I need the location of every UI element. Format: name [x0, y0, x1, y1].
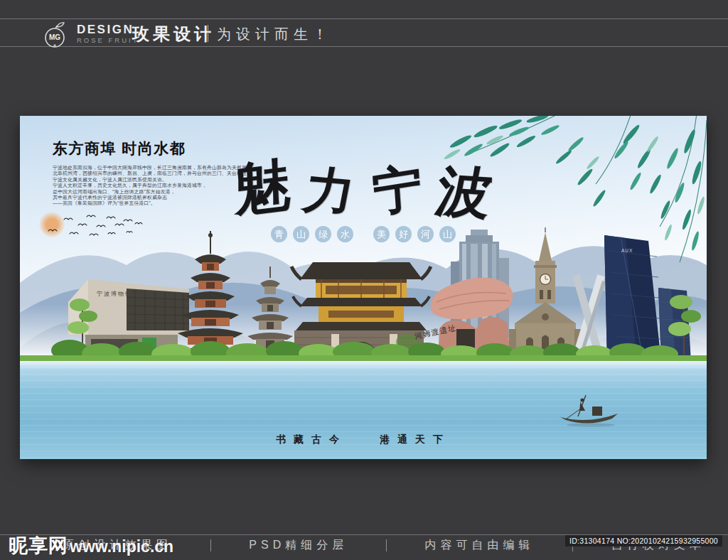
subtitle-badge: 河	[417, 226, 434, 242]
footer-divider	[210, 539, 211, 551]
title-char: 波	[430, 155, 499, 232]
slogan-left: 书藏古今	[276, 434, 347, 446]
subtitle-badge: 山	[293, 226, 309, 242]
title-char: 力	[299, 157, 361, 227]
subtitle-badge: 水	[337, 226, 353, 242]
subtitle-badge: 美	[373, 226, 390, 242]
poster-slogan: 书藏古今 港通天下	[20, 434, 707, 446]
fishing-boat-icon	[557, 394, 624, 429]
subtitle-badges: 青 山 绿 水 美 好 河 山	[20, 226, 707, 242]
brand-slogan: 为设计而生！	[217, 25, 332, 44]
header-divider	[208, 25, 208, 42]
logo-name: DESIGN	[77, 23, 134, 37]
site-header: MG DESIGN ROSE FRUIT 玫果设计 为设计而生！	[0, 19, 728, 46]
image-id-badge: ID:31304174 NO:20201024215932955000	[565, 535, 722, 546]
brand-name: 玫果设计	[132, 23, 215, 45]
title-char: 宁	[370, 153, 424, 227]
site-watermark: 昵享网www.nipic.cn	[9, 533, 173, 559]
subtitle-badge: 绿	[315, 226, 331, 242]
logo-subname: ROSE FRUIT	[77, 36, 139, 44]
watermark-logo: 昵享网	[9, 535, 68, 556]
slogan-right: 港通天下	[380, 434, 451, 446]
footer-item: 内容可自由编辑	[425, 538, 535, 553]
title-char: 魅	[232, 146, 291, 230]
footer-item: PSD精细分层	[249, 538, 348, 553]
apple-logo-icon: MG	[40, 21, 71, 49]
watermark-url: www.nipic.cn	[70, 537, 173, 556]
subtitle-badge: 青	[271, 226, 287, 242]
header-bottom-rule	[0, 46, 728, 47]
subtitle-badge: 好	[395, 226, 412, 242]
subtitle-badge: 山	[439, 226, 456, 242]
poster-title: 魅 力 宁 波	[20, 150, 707, 227]
poster-artwork: 宁波博物馆	[20, 116, 707, 459]
logo-monogram: MG	[49, 33, 60, 41]
footer-divider	[386, 539, 387, 551]
museum-sign: 宁波博物馆	[97, 291, 132, 297]
